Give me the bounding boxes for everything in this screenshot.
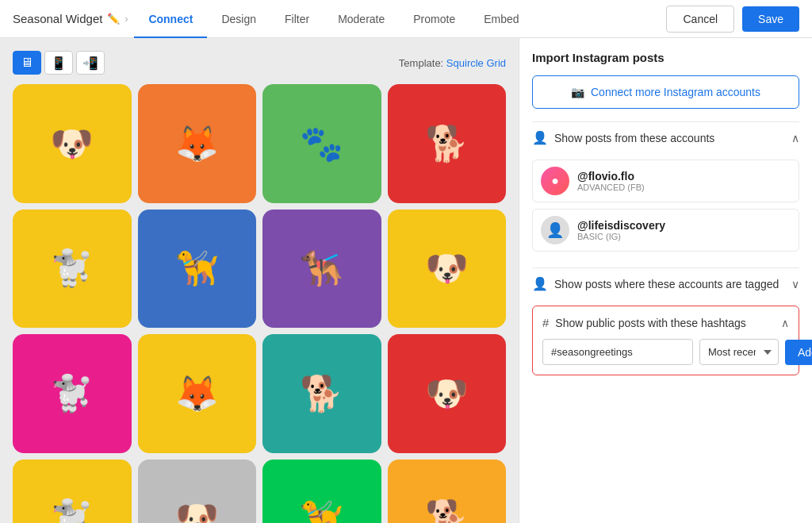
accounts-list: ●@flovio.floADVANCED (FB)👤@lifeisdiscove… (532, 153, 799, 267)
dog-grid-cell: 🐕 (262, 334, 381, 453)
tab-filter[interactable]: Filter (270, 0, 324, 38)
dog-grid-cell: 🐩 (13, 210, 132, 329)
dog-grid-cell: 🐩 (13, 334, 132, 453)
template-info: Template: Squircle Grid (399, 57, 506, 69)
mobile-view-button[interactable]: 📲 (76, 51, 105, 75)
account-avatar: ● (541, 167, 569, 195)
dog-grid-cell: 🐾 (262, 84, 381, 203)
desktop-view-button[interactable]: 🖥 (13, 51, 41, 75)
tag-icon: 👤 (532, 276, 548, 291)
account-name: @lifeisdiscovery (577, 219, 665, 232)
account-item: 👤@lifeisdiscoveryBASIC (IG) (532, 209, 799, 252)
edit-icon[interactable]: ✏️ (107, 13, 120, 25)
template-name-link[interactable]: Squircle Grid (446, 57, 506, 69)
breadcrumb-chevron-icon: › (124, 13, 128, 25)
tablet-icon: 📱 (51, 56, 67, 71)
dog-grid-cell: 🐕‍🦺 (262, 210, 381, 329)
hashtag-section: # Show public posts with these hashtags … (532, 306, 799, 375)
right-panel: Import Instagram posts 📷 Connect more In… (519, 38, 812, 523)
show-tagged-section-header[interactable]: 👤 Show posts where these accounts are ta… (532, 267, 799, 299)
breadcrumb: Seasonal Widget ✏️ › (13, 12, 128, 25)
hashtag-icon: # (542, 316, 549, 329)
hashtag-input[interactable] (542, 339, 693, 365)
import-title: Import Instagram posts (532, 51, 799, 64)
sort-select[interactable]: Most recent Top posts Random (699, 339, 779, 365)
left-panel: 🖥 📱 📲 Template: Squircle Grid 🐶🦊🐾🐕🐩🦮🐕‍🦺🐶… (0, 38, 519, 523)
hashtag-inputs: Most recent Top posts Random Add (542, 339, 789, 365)
dog-grid-cell: 🦊 (138, 84, 257, 203)
account-name: @flovio.flo (577, 170, 645, 183)
main-area: 🖥 📱 📲 Template: Squircle Grid 🐶🦊🐾🐕🐩🦮🐕‍🦺🐶… (0, 38, 812, 523)
tablet-view-button[interactable]: 📱 (44, 51, 73, 75)
tab-connect[interactable]: Connect (134, 0, 207, 38)
person-icon: 👤 (532, 130, 548, 145)
show-tagged-chevron-icon: ∨ (791, 278, 799, 290)
dog-grid: 🐶🦊🐾🐕🐩🦮🐕‍🦺🐶🐩🦊🐕🐶🐩🐶🦮🐕 (13, 84, 506, 523)
device-buttons: 🖥 📱 📲 (13, 51, 105, 75)
dog-grid-cell: 🐶 (13, 84, 132, 203)
dog-grid-cell: 🐕 (388, 84, 507, 203)
widget-title: Seasonal Widget (13, 12, 102, 25)
tab-design[interactable]: Design (207, 0, 270, 38)
show-from-chevron-icon: ∧ (791, 132, 799, 144)
account-type: BASIC (IG) (577, 232, 665, 241)
dog-grid-cell: 🦊 (138, 334, 257, 453)
save-button[interactable]: Save (742, 6, 799, 32)
top-nav: Seasonal Widget ✏️ › Connect Design Filt… (0, 0, 812, 38)
account-type: ADVANCED (FB) (577, 183, 645, 192)
monitor-icon: 🖥 (21, 56, 33, 70)
dog-grid-cell: 🐶 (138, 460, 257, 524)
account-info: @lifeisdiscoveryBASIC (IG) (577, 219, 665, 241)
account-item: ●@flovio.floADVANCED (FB) (532, 160, 799, 202)
tab-promote[interactable]: Promote (399, 0, 469, 38)
nav-actions: Cancel Save (666, 6, 799, 33)
nav-tabs: Connect Design Filter Moderate Promote E… (134, 0, 533, 38)
tab-moderate[interactable]: Moderate (324, 0, 399, 38)
show-from-section-header[interactable]: 👤 Show posts from these accounts ∧ (532, 121, 799, 153)
dog-grid-cell: 🦮 (138, 210, 257, 329)
hashtag-section-header: # Show public posts with these hashtags … (542, 316, 789, 329)
hashtag-chevron-icon[interactable]: ∧ (781, 317, 789, 329)
dog-grid-cell: 🦮 (262, 460, 381, 524)
connect-instagram-button[interactable]: 📷 Connect more Instagram accounts (532, 75, 799, 109)
mobile-icon: 📲 (82, 56, 98, 71)
dog-grid-cell: 🐶 (388, 334, 507, 453)
preview-controls: 🖥 📱 📲 Template: Squircle Grid (13, 51, 506, 75)
account-avatar: 👤 (541, 216, 569, 244)
instagram-icon: 📷 (571, 86, 584, 98)
cancel-button[interactable]: Cancel (666, 6, 734, 33)
add-hashtag-button[interactable]: Add (785, 340, 812, 365)
dog-grid-cell: 🐶 (388, 210, 507, 329)
tab-embed[interactable]: Embed (469, 0, 533, 38)
dog-grid-cell: 🐩 (13, 460, 132, 524)
account-info: @flovio.floADVANCED (FB) (577, 170, 645, 192)
dog-grid-cell: 🐕 (388, 460, 507, 524)
